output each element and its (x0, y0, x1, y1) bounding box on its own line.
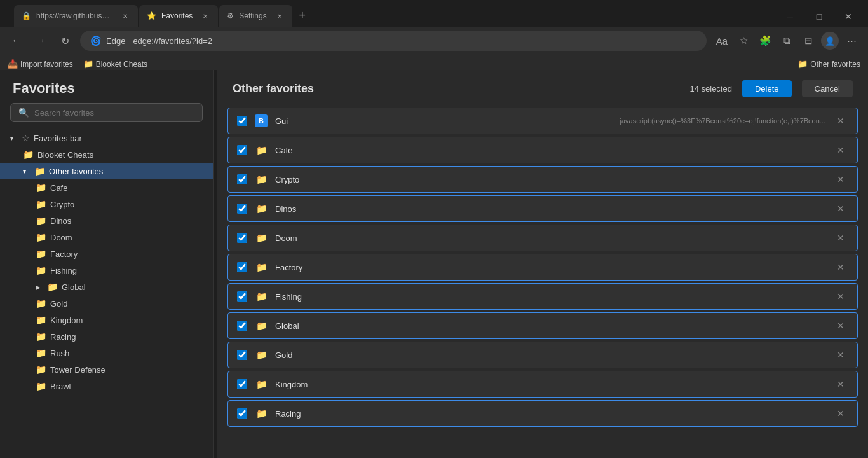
sidebar-item-doom[interactable]: 📁 Doom (0, 229, 213, 246)
factory-close-icon[interactable]: ✕ (833, 261, 848, 274)
content-area: Other favorites 14 selected Delete Cance… (217, 70, 868, 458)
other-favorites-bk-label: Other favorites (810, 60, 860, 69)
sidebar-item-gold[interactable]: 📁 Gold (0, 295, 213, 312)
profile-avatar[interactable]: 👤 (821, 32, 839, 50)
racing-close-icon[interactable]: ✕ (833, 407, 848, 420)
list-item[interactable]: 📁 Kingdom ✕ (227, 371, 858, 398)
sidebar-item-global[interactable]: ▶ 📁 Global (0, 279, 213, 295)
item-dinos-checkbox[interactable] (237, 204, 247, 214)
tab-github[interactable]: 🔒 https://raw.githubuserco... ✕ (14, 5, 138, 27)
item-kingdom-checkbox[interactable] (237, 379, 247, 389)
search-box[interactable]: 🔍 (10, 103, 203, 122)
gui-close-icon[interactable]: ✕ (833, 114, 848, 127)
brawl-label: Brawl (50, 382, 71, 391)
delete-button[interactable]: Delete (742, 80, 792, 97)
edge-logo-icon: 🌀 (90, 36, 101, 46)
list-item[interactable]: 📁 Global ✕ (227, 312, 858, 339)
sidebar-item-brawl[interactable]: 📁 Brawl (0, 378, 213, 394)
forward-button[interactable]: → (32, 32, 50, 50)
sidebar-item-rush[interactable]: 📁 Rush (0, 345, 213, 361)
cancel-button[interactable]: Cancel (802, 80, 853, 97)
tab-favorites-close[interactable]: ✕ (200, 11, 210, 21)
dinos-name: Dinos (275, 204, 825, 214)
sidebar-item-kingdom[interactable]: 📁 Kingdom (0, 312, 213, 328)
kingdom-folder-icon: 📁 (36, 315, 46, 325)
search-input[interactable] (34, 108, 194, 118)
crypto-close-icon[interactable]: ✕ (833, 173, 848, 186)
sidebar-item-fishing[interactable]: 📁 Fishing (0, 262, 213, 279)
item-cafe-checkbox[interactable] (237, 145, 247, 155)
refresh-button[interactable]: ↻ (56, 32, 74, 50)
list-item[interactable]: B Gui javascript:(async()=%3E%7Bconst%20… (227, 108, 858, 134)
sidebar-item-cafe[interactable]: 📁 Cafe (0, 179, 213, 196)
import-favorites-label: Import favorites (20, 60, 73, 69)
back-button[interactable]: ← (8, 32, 25, 50)
read-aloud-icon[interactable]: Aa (713, 32, 731, 50)
list-item[interactable]: 📁 Gold ✕ (227, 342, 858, 368)
extensions-icon[interactable]: 🧩 (756, 32, 774, 50)
item-gui-checkbox[interactable] (237, 116, 247, 126)
item-fishing-checkbox[interactable] (237, 291, 247, 302)
close-button[interactable]: ✕ (834, 6, 863, 27)
sidebar-item-other[interactable]: ▾ 📁 Other favorites (0, 163, 213, 179)
list-item[interactable]: 📁 Fishing ✕ (227, 283, 858, 310)
global-close-icon[interactable]: ✕ (833, 319, 848, 332)
doom-name: Doom (275, 233, 825, 243)
item-factory-checkbox[interactable] (237, 262, 247, 272)
tab-favorites[interactable]: ⭐ Favorites ✕ (139, 5, 218, 27)
doom-folder-icon: 📁 (255, 232, 268, 244)
sidebar: Favorites 🔍 ▾ ☆ Favorites bar 📁 Blooket … (0, 70, 214, 458)
tab-github-close[interactable]: ✕ (120, 11, 130, 21)
list-item[interactable]: 📁 Cafe ✕ (227, 137, 858, 163)
import-favorites-bookmark[interactable]: 📥 Import favorites (8, 59, 73, 69)
collections-icon[interactable]: ⧉ (778, 32, 796, 50)
cafe-close-icon[interactable]: ✕ (833, 144, 848, 156)
dinos-close-icon[interactable]: ✕ (833, 202, 848, 215)
favorites-icon[interactable]: ☆ (735, 32, 752, 50)
sidebar-item-towerdefense[interactable]: 📁 Tower Defense (0, 361, 213, 378)
list-item[interactable]: 📁 Factory ✕ (227, 254, 858, 281)
item-gold-checkbox[interactable] (237, 350, 247, 360)
tab-settings[interactable]: ⚙ Settings ✕ (219, 5, 292, 27)
new-tab-button[interactable]: + (294, 6, 311, 24)
list-item[interactable]: 📁 Dinos ✕ (227, 195, 858, 222)
tab-settings-close[interactable]: ✕ (275, 11, 285, 21)
gold-close-icon[interactable]: ✕ (833, 349, 848, 361)
settings-icon[interactable]: ⋯ (843, 32, 860, 50)
factory-label: Factory (50, 249, 78, 259)
gold-label: Gold (50, 299, 67, 309)
minimize-button[interactable]: ─ (775, 6, 804, 27)
doom-label: Doom (50, 233, 72, 242)
item-racing-checkbox[interactable] (237, 408, 247, 419)
brawl-folder-icon: 📁 (36, 381, 46, 391)
sidebar-item-factory[interactable]: 📁 Factory (0, 246, 213, 262)
sidebar-item-racing[interactable]: 📁 Racing (0, 328, 213, 345)
item-crypto-checkbox[interactable] (237, 174, 247, 184)
list-item[interactable]: 📁 Crypto ✕ (227, 166, 858, 193)
fishing-close-icon[interactable]: ✕ (833, 290, 848, 303)
fishing-label: Fishing (50, 266, 77, 275)
doom-close-icon[interactable]: ✕ (833, 232, 848, 244)
item-global-checkbox[interactable] (237, 321, 247, 331)
address-text: edge://favorites/?id=2 (133, 36, 696, 46)
fishing-folder-icon: 📁 (36, 265, 46, 275)
tab-favorites-icon: ⭐ (147, 11, 156, 20)
item-doom-checkbox[interactable] (237, 233, 247, 243)
sidebar-item-crypto[interactable]: 📁 Crypto (0, 196, 213, 212)
main-layout: Favorites 🔍 ▾ ☆ Favorites bar 📁 Blooket … (0, 70, 868, 458)
list-item[interactable]: 📁 Doom ✕ (227, 225, 858, 251)
other-favorites-bookmark[interactable]: 📁 Other favorites (797, 59, 860, 69)
gold-name: Gold (275, 350, 825, 360)
blooket-cheats-bookmark[interactable]: 📁 Blooket Cheats (83, 59, 147, 69)
sidebar-item-dinos[interactable]: 📁 Dinos (0, 212, 213, 229)
content-header: Other favorites 14 selected Delete Cance… (217, 70, 868, 108)
kingdom-close-icon[interactable]: ✕ (833, 378, 848, 391)
window-controls: ─ □ ✕ (775, 6, 863, 27)
sidebar-item-favbar[interactable]: ▾ ☆ Favorites bar (0, 130, 213, 146)
maximize-button[interactable]: □ (804, 6, 834, 27)
kingdom-folder-icon: 📁 (255, 378, 268, 391)
sidebar-icon[interactable]: ⊟ (799, 32, 817, 50)
list-item[interactable]: 📁 Racing ✕ (227, 400, 858, 427)
gui-name: Gui (275, 116, 613, 126)
sidebar-item-blooket[interactable]: 📁 Blooket Cheats (0, 146, 213, 163)
